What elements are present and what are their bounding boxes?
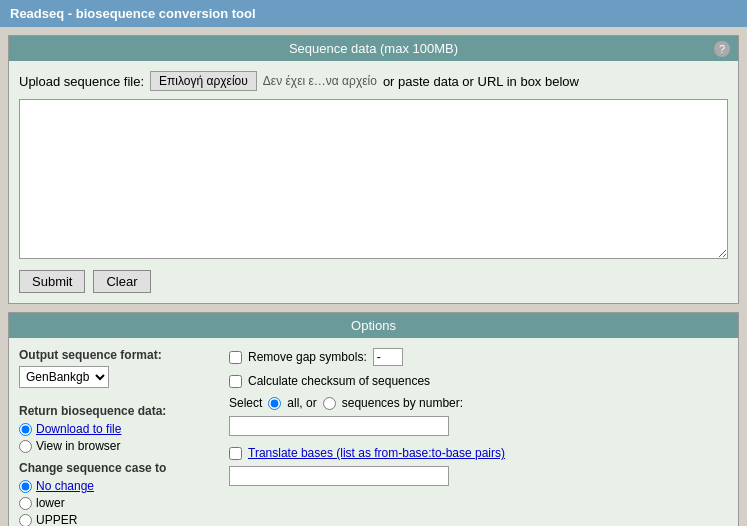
sequences-by-number-label[interactable]: sequences by number:	[342, 396, 463, 410]
options-panel-title: Options	[351, 318, 396, 333]
sequence-panel: Sequence data (max 100MB) ? Upload seque…	[8, 35, 739, 304]
options-panel-header: Options	[9, 313, 738, 338]
sequence-textarea[interactable]	[19, 99, 728, 259]
all-label[interactable]: all, or	[287, 396, 316, 410]
view-radio[interactable]	[19, 440, 32, 453]
case-label: Change sequence case to	[19, 461, 219, 475]
lower-label[interactable]: lower	[36, 496, 65, 510]
select-label: Select	[229, 396, 262, 410]
translate-checkbox[interactable]	[229, 447, 242, 460]
checksum-label[interactable]: Calculate checksum of sequences	[248, 374, 430, 388]
output-format-label: Output sequence format:	[19, 348, 219, 362]
upload-label: Upload sequence file:	[19, 74, 144, 89]
translate-label[interactable]: Translate bases (list as from-base:to-ba…	[248, 446, 505, 460]
no-change-radio[interactable]	[19, 480, 32, 493]
file-no-file: Δεν έχει ε…να αρχείο	[263, 74, 377, 88]
download-radio[interactable]	[19, 423, 32, 436]
paste-label: or paste data or URL in box below	[383, 74, 579, 89]
help-icon[interactable]: ?	[714, 41, 730, 57]
submit-button[interactable]: Submit	[19, 270, 85, 293]
upper-label[interactable]: UPPER	[36, 513, 77, 526]
title-bar: Readseq - biosequence conversion tool	[0, 0, 747, 27]
sequence-panel-title: Sequence data (max 100MB)	[289, 41, 458, 56]
clear-button[interactable]: Clear	[93, 270, 150, 293]
remove-gap-checkbox[interactable]	[229, 351, 242, 364]
download-link[interactable]: Download to file	[36, 422, 121, 436]
remove-gap-label[interactable]: Remove gap symbols:	[248, 350, 367, 364]
translate-input[interactable]	[229, 466, 449, 486]
format-select[interactable]: GenBankgb FASTA GFF EMBL SwissProt	[19, 366, 109, 388]
checksum-checkbox[interactable]	[229, 375, 242, 388]
return-biosequence-label: Return biosequence data:	[19, 404, 219, 418]
download-label[interactable]: Download to file	[36, 422, 121, 436]
gap-symbols-input[interactable]	[373, 348, 403, 366]
options-panel: Options Output sequence format: GenBankg…	[8, 312, 739, 526]
sequence-panel-header: Sequence data (max 100MB) ?	[9, 36, 738, 61]
lower-radio[interactable]	[19, 497, 32, 510]
sequence-number-input[interactable]	[229, 416, 449, 436]
window-title: Readseq - biosequence conversion tool	[10, 6, 256, 21]
by-number-radio[interactable]	[323, 397, 336, 410]
no-change-label[interactable]: No change	[36, 479, 94, 493]
translate-link[interactable]: Translate bases (list as from-base:to-ba…	[248, 446, 505, 460]
view-label[interactable]: View in browser	[36, 439, 120, 453]
upper-radio[interactable]	[19, 514, 32, 527]
all-sequences-radio[interactable]	[268, 397, 281, 410]
file-choose-button[interactable]: Επιλογή αρχείου	[150, 71, 257, 91]
